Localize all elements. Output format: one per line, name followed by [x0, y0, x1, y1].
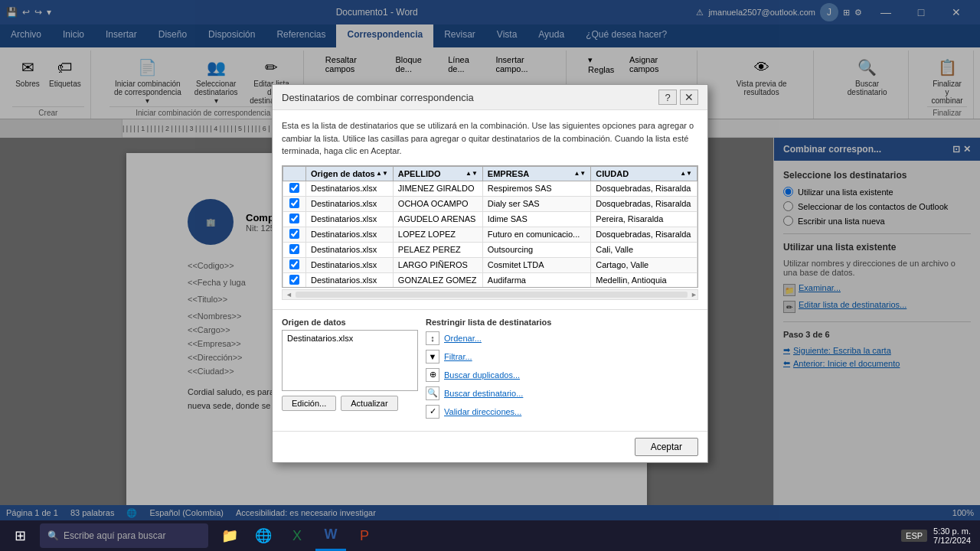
th-apellido[interactable]: APELLIDO▲▼: [393, 166, 482, 181]
filtrar-link[interactable]: Filtrar...: [444, 352, 472, 361]
origen-section: Origen de datos Destinatarios.xlsx Edici…: [282, 318, 418, 423]
dialog-title-bar: Destinatarios de combinar correspondenci…: [273, 85, 707, 110]
dialog-title: Destinatarios de combinar correspondenci…: [282, 92, 474, 103]
row-empresa: Audifarma: [482, 272, 590, 288]
row-origen: Destinatarios.xlsx: [306, 257, 394, 272]
taskbar-word[interactable]: W: [315, 520, 346, 551]
row-ciudad: Dosquebradas, Risaralda: [591, 181, 697, 196]
row-empresa: Dialy ser SAS: [482, 196, 590, 211]
row-checkbox[interactable]: [289, 183, 299, 193]
row-empresa: Respiremos SAS: [482, 181, 590, 196]
accept-button[interactable]: Aceptar: [635, 438, 698, 456]
sort-origen-arrows: ▲▼: [376, 171, 388, 177]
taskbar-right: ESP 5:30 p. m. 7/12/2024: [901, 527, 977, 545]
row-apellido: PELAEZ PEREZ: [393, 242, 482, 257]
table-row: Destinatarios.xlsx GONZALEZ GOMEZ Audifa…: [283, 272, 697, 288]
dialog-bottom: Origen de datos Destinatarios.xlsx Edici…: [273, 309, 707, 431]
row-origen: Destinatarios.xlsx: [306, 211, 394, 227]
row-apellido: GONZALEZ GOMEZ: [393, 272, 482, 288]
taskbar-pinned-icons: 📁 🌐 X W P: [214, 520, 380, 551]
taskbar-excel[interactable]: X: [282, 520, 312, 551]
ordenar-link[interactable]: Ordenar...: [444, 334, 482, 343]
taskbar-powerpoint[interactable]: P: [349, 520, 380, 551]
th-ciudad[interactable]: CIUDAD▲▼: [591, 166, 697, 181]
sort-apellido-arrows: ▲▼: [466, 171, 478, 177]
row-empresa: Cosmitet LTDA: [482, 257, 590, 272]
row-checkbox-cell[interactable]: [283, 196, 306, 211]
restrict-section-label: Restringir lista de destinatarios: [426, 318, 698, 327]
row-checkbox-cell[interactable]: [283, 272, 306, 288]
taskbar: ⊞ 🔍 Escribe aquí para buscar 📁 🌐 X W P E…: [0, 520, 980, 551]
row-apellido: JIMENEZ GIRALDO: [393, 181, 482, 196]
row-checkbox[interactable]: [289, 229, 299, 239]
row-ciudad: Cali, Valle: [591, 242, 697, 257]
row-checkbox[interactable]: [289, 259, 299, 269]
search-placeholder: Escribe aquí para buscar: [64, 530, 165, 541]
filtrar-link-container[interactable]: ▼ Filtrar...: [426, 350, 698, 364]
table-row: Destinatarios.xlsx LOPEZ LOPEZ Futuro en…: [283, 227, 697, 242]
row-origen: Destinatarios.xlsx: [306, 181, 394, 196]
taskbar-lang[interactable]: ESP: [901, 530, 927, 542]
row-checkbox[interactable]: [289, 275, 299, 285]
search-icon: 🔍: [47, 530, 59, 541]
validar-link-container[interactable]: ✓ Validar direcciones...: [426, 405, 698, 419]
taskbar-file-explorer[interactable]: 📁: [214, 520, 245, 551]
row-checkbox-cell[interactable]: [283, 211, 306, 227]
row-origen: Destinatarios.xlsx: [306, 272, 394, 288]
taskbar-search[interactable]: 🔍 Escribe aquí para buscar: [40, 523, 208, 548]
recipients-table-scroll[interactable]: Origen de datos▲▼ APELLIDO▲▼ EMPRESA▲▼ C…: [282, 165, 698, 288]
filtrar-icon: ▼: [426, 350, 439, 364]
th-origen[interactable]: Origen de datos▲▼: [306, 166, 394, 181]
buscar-duplicados-link-container[interactable]: ⊕ Buscar duplicados...: [426, 368, 698, 382]
h-scrollbar[interactable]: ◄ ►: [282, 289, 698, 300]
actualizar-button[interactable]: Actualizar: [341, 396, 397, 411]
row-ciudad: Medellin, Antioquia: [591, 272, 697, 288]
row-checkbox-cell[interactable]: [283, 181, 306, 196]
table-header: Origen de datos▲▼ APELLIDO▲▼ EMPRESA▲▼ C…: [283, 166, 697, 181]
row-checkbox[interactable]: [289, 244, 299, 254]
sort-empresa-arrows: ▲▼: [573, 171, 586, 177]
th-empresa[interactable]: EMPRESA▲▼: [482, 166, 590, 181]
table-row: Destinatarios.xlsx LARGO PIÑEROS Cosmite…: [283, 257, 697, 272]
th-checkbox: [283, 166, 306, 181]
dialog-footer: Aceptar: [273, 431, 707, 462]
row-empresa: Futuro en comunicacio...: [482, 227, 590, 242]
origen-section-label: Origen de datos: [282, 318, 418, 327]
row-ciudad: Pereira, Risaralda: [591, 211, 697, 227]
ordenar-icon: ↕: [426, 331, 439, 345]
row-checkbox-cell[interactable]: [283, 227, 306, 242]
row-apellido: LARGO PIÑEROS: [393, 257, 482, 272]
buscar-destinatario-link[interactable]: Buscar destinatario...: [444, 389, 523, 398]
row-origen: Destinatarios.xlsx: [306, 242, 394, 257]
edicion-button[interactable]: Edición...: [282, 396, 336, 411]
buscar-duplicados-link[interactable]: Buscar duplicados...: [444, 370, 520, 380]
table-row: Destinatarios.xlsx PELAEZ PEREZ Outsourc…: [283, 242, 697, 257]
taskbar-chrome[interactable]: 🌐: [248, 520, 279, 551]
restrict-section: Restringir lista de destinatarios ↕ Orde…: [426, 318, 698, 423]
buscar-duplicados-icon: ⊕: [426, 368, 439, 382]
dialog-close-button[interactable]: ✕: [680, 90, 698, 105]
dialog-help-button[interactable]: ?: [658, 90, 677, 105]
table-header-row: Origen de datos▲▼ APELLIDO▲▼ EMPRESA▲▼ C…: [283, 166, 697, 181]
taskbar-time: 5:30 p. m. 7/12/2024: [933, 527, 971, 545]
row-checkbox[interactable]: [289, 214, 299, 223]
recipients-dialog: Destinatarios de combinar correspondenci…: [272, 84, 708, 463]
origen-item: Destinatarios.xlsx: [284, 332, 416, 344]
ordenar-link-container[interactable]: ↕ Ordenar...: [426, 331, 698, 345]
recipients-table: Origen de datos▲▼ APELLIDO▲▼ EMPRESA▲▼ C…: [283, 166, 697, 288]
row-origen: Destinatarios.xlsx: [306, 227, 394, 242]
row-checkbox[interactable]: [289, 198, 299, 208]
dialog-description: Esta es la lista de destinatarios que se…: [282, 119, 698, 158]
validar-link[interactable]: Validar direcciones...: [444, 407, 521, 416]
table-row: Destinatarios.xlsx JIMENEZ GIRALDO Respi…: [283, 181, 697, 196]
row-empresa: Outsourcing: [482, 242, 590, 257]
row-apellido: LOPEZ LOPEZ: [393, 227, 482, 242]
row-origen: Destinatarios.xlsx: [306, 196, 394, 211]
start-button[interactable]: ⊞: [3, 520, 37, 551]
row-apellido: OCHOA OCAMPO: [393, 196, 482, 211]
buscar-destinatario-link-container[interactable]: 🔍 Buscar destinatario...: [426, 386, 698, 400]
row-checkbox-cell[interactable]: [283, 242, 306, 257]
row-checkbox-cell[interactable]: [283, 257, 306, 272]
buscar-dest-icon: 🔍: [426, 386, 439, 400]
row-empresa: Idime SAS: [482, 211, 590, 227]
